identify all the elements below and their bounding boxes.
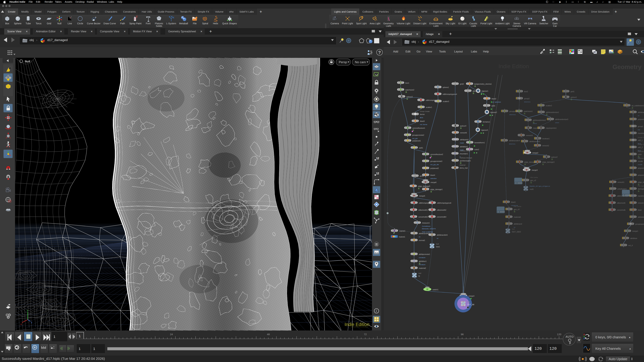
svg-text:grid4: grid4 (420, 175, 424, 177)
svg-text:File Cache: File Cache (638, 185, 644, 187)
svg-text:attribpromote1: attribpromote1 (419, 253, 430, 255)
svg-text:edge_damage3: edge_damage3 (542, 161, 554, 163)
svg-text:deteriora: deteriora (509, 114, 516, 115)
svg-text:low1: low1 (436, 246, 440, 248)
svg-text:matchsize2: matchsize2 (405, 89, 414, 91)
svg-text:uv: uv (419, 236, 420, 238)
svg-text:Mardini_d17.geo_v2.bgeo.sc: Mardini_d17.geo_v2.bgeo.sc (530, 185, 550, 187)
svg-text:blast3: blast3 (420, 120, 425, 122)
svg-text:grouppromote3: grouppromote3 (430, 160, 442, 162)
svg-text:remesh1: remesh1 (618, 181, 624, 183)
svg-text:rigpose2: rigpose2 (490, 111, 497, 113)
svg-text:polybevel2: polybevel2 (430, 167, 439, 169)
svg-text:merge5: merge5 (419, 195, 425, 197)
svg-text:polyextrud: polyextrud (638, 167, 644, 169)
svg-text:1: 1 (79, 334, 81, 338)
svg-text:selection: selection (430, 177, 437, 179)
svg-text:z: z (31, 321, 32, 324)
svg-text:orient: orient (555, 122, 559, 123)
svg-text:File Cache: File Cache (530, 176, 538, 178)
svg-text:transform: transform (638, 195, 644, 197)
svg-text:zscale: zscale (638, 164, 642, 165)
svg-text:Null: Null (25, 60, 30, 63)
svg-text:scatter1: scatter1 (426, 106, 432, 108)
svg-text:normal1: normal1 (419, 239, 425, 241)
svg-text:Attribute Wrangle: Attribute Wrangle (460, 157, 472, 159)
svg-text:material2: material2 (419, 267, 426, 269)
svg-text:split1: split1 (419, 147, 423, 149)
svg-text:uv: uv (638, 115, 640, 116)
svg-text:Attribute R: Attribute R (638, 150, 644, 152)
svg-text:$OS: $OS (420, 117, 423, 118)
svg-text:120: 120 (557, 333, 561, 336)
svg-text:attribblur2: attribblur2 (460, 146, 468, 148)
svg-text:polybevel1: polybevel1 (412, 140, 421, 142)
svg-text:Indie Edition: Indie Edition (498, 63, 529, 69)
svg-text:attribtransfer4: attribtransfer4 (509, 140, 520, 142)
svg-text:uv: uv (437, 237, 438, 239)
svg-text:Elements: 1872374: Elements: 1872374 (422, 228, 436, 230)
svg-text:attribtransfer5: attribtransfer5 (419, 232, 430, 234)
svg-text:merge1: merge1 (632, 230, 638, 232)
svg-text:vdbfrompolyg: vdbfrompolyg (419, 202, 429, 204)
svg-text:autouv1: autouv1 (570, 96, 577, 98)
svg-text:y: y (27, 309, 28, 312)
svg-text:merge6: merge6 (430, 181, 436, 183)
svg-text:edge_dam: edge_dam (638, 181, 644, 183)
svg-text:vdbfrompolygons6: vdbfrompolygons6 (437, 202, 451, 204)
svg-text:x: x (20, 323, 22, 326)
svg-text:box1: box1 (405, 82, 409, 84)
svg-text:convertvdb4: convertvdb4 (437, 216, 446, 218)
svg-text:grid3: grid3 (460, 83, 464, 85)
svg-text:matnet1: matnet1 (399, 236, 405, 238)
svg-text:attribrandomize3: attribrandomize3 (555, 118, 568, 120)
svg-text:72: 72 (364, 333, 366, 336)
svg-text:group1: group1 (638, 125, 643, 127)
svg-text:merge3: merge3 (532, 169, 538, 171)
svg-text:geo_v2: geo_v2 (530, 179, 536, 181)
svg-text:remesh3: remesh3 (526, 134, 533, 136)
svg-text:box2: box2 (524, 90, 528, 92)
svg-text:color: color (638, 153, 642, 155)
svg-text:ikchains1: ikchains1 (483, 121, 490, 123)
svg-text:attribblur1: attribblur1 (419, 260, 427, 262)
svg-text:rigpose1: rigpose1 (482, 90, 488, 92)
svg-text:copytopoints1: copytopoints1 (546, 127, 556, 129)
svg-text:color2: color2 (474, 148, 479, 150)
svg-text:scatter2: scatter2 (546, 105, 552, 107)
svg-text:Attribute R: Attribute R (638, 157, 644, 159)
svg-text:attribrandomize2: attribrandomize2 (533, 119, 546, 121)
svg-text:Curvedness: Curvedness (422, 225, 430, 227)
svg-text:polyextrud: polyextrud (638, 118, 644, 120)
svg-text:OUT_GEO: OUT_GEO (512, 231, 521, 233)
svg-text:damaged_: damaged_ (638, 188, 644, 190)
svg-text:out_d: out_d (628, 244, 632, 246)
svg-text:lot_subdivision1: lot_subdivision1 (632, 105, 644, 107)
svg-text:polydoctor1: polydoctor1 (618, 188, 626, 190)
svg-text:remesh6: remesh6 (460, 132, 467, 134)
svg-text:hi: hi (418, 275, 420, 277)
svg-text:edif_1: edif_1 (638, 139, 643, 141)
svg-text:48: 48 (267, 333, 270, 336)
svg-text:vdbsmooth1: vdbsmooth1 (418, 209, 428, 211)
svg-text:Null: Null (418, 272, 421, 274)
svg-text:not: borrar: not: borrar (420, 123, 427, 125)
svg-text:transform: transform (638, 132, 644, 134)
svg-text:attribtrans: attribtrans (638, 111, 644, 113)
svg-text:material1: material1 (514, 216, 521, 218)
svg-text:bonedeform1: bonedeform1 (474, 142, 485, 144)
svg-text:Material: Material (460, 164, 466, 166)
svg-text:12: 12 (376, 172, 379, 175)
svg-text:deteriora: deteriora (524, 101, 530, 103)
svg-text:Group Crea: Group Crea (638, 136, 644, 138)
svg-text:autouv3: autouv3 (406, 96, 413, 98)
svg-text:i: i (376, 309, 377, 313)
svg-text:attribtransfer3: attribtransfer3 (529, 140, 540, 142)
svg-text:pointwrangle1: pointwrangle1 (460, 160, 471, 162)
svg-text:Indie Edition: Indie Edition (344, 322, 370, 327)
svg-text:sphere1: sphere1 (442, 86, 449, 88)
svg-text:remesh2: remesh2 (542, 145, 549, 147)
svg-text:voronoifracture1: voronoifracture1 (412, 127, 425, 129)
svg-text:96: 96 (461, 333, 464, 336)
svg-text:blast: blast (638, 209, 642, 211)
